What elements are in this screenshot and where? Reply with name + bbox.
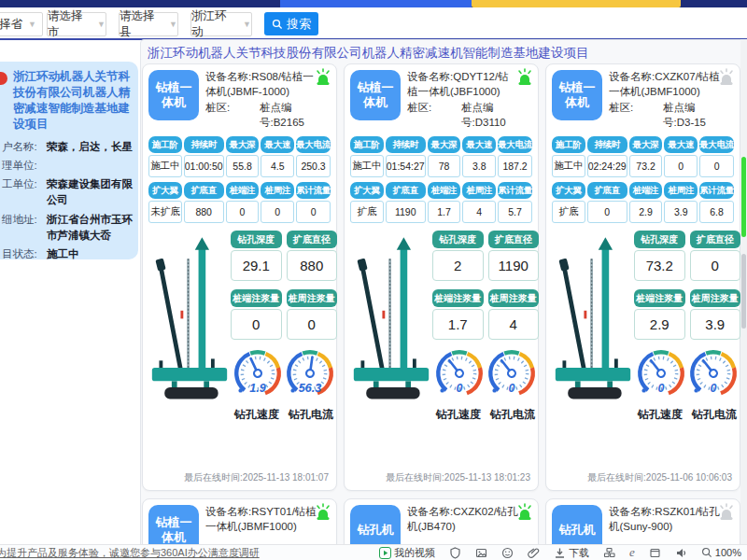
field-value: 施工中 [47, 246, 79, 262]
stat-value: 5.7 [498, 201, 532, 223]
stat-value: 187.2 [498, 155, 532, 177]
device-type-badge: 钻植一体机 [350, 70, 401, 120]
mid-label: 扩底直径 [287, 231, 338, 248]
card-header: 钻植一体机 设备名称:CXZK07/钻植一体机(JBMF1000) 桩区:桩点编… [552, 70, 734, 130]
tab-segment-active[interactable] [472, 0, 681, 7]
mid-label: 钻孔深度 [432, 231, 484, 248]
scrollbar-thumb[interactable] [741, 254, 746, 329]
stat-value: 0 [699, 155, 734, 177]
stat-label: 扩底直 [386, 182, 426, 199]
mid-value: 73.2 [634, 250, 685, 281]
stat-label: 施工阶 [148, 136, 182, 153]
stat-label: 最大速 [261, 136, 294, 153]
stat-value: 施工中 [148, 155, 182, 177]
screenshot-icon[interactable] [475, 547, 487, 559]
gauge-value: 0 [635, 382, 687, 395]
device-card[interactable]: 钻植一体机 设备名称:CXZK07/钻植一体机(JBMF1000) 桩区:桩点编… [545, 63, 740, 491]
stat-value: 未扩底 [148, 201, 182, 223]
stat-value: 0 [296, 201, 331, 223]
field-value: 荣森建设集团有限公司 [47, 176, 133, 209]
stat-label: 累计流量 [296, 182, 331, 199]
search-button[interactable]: 搜索 [264, 12, 318, 35]
mid-label: 桩端注浆量 [231, 289, 282, 307]
stat-value: 0 [261, 201, 294, 223]
project-marker-icon [0, 72, 7, 85]
stat-value: 3.8 [462, 155, 496, 177]
keyword-select[interactable]: 浙江环动▼ [190, 12, 252, 36]
mid-label: 桩端注浆量 [432, 289, 484, 307]
stat-value: 0 [226, 201, 260, 223]
field-label: 目状态: [2, 246, 47, 262]
chevron-down-icon: ▼ [28, 20, 36, 29]
survey-promo-link[interactable]: 为提升产品及服务体验，诚邀您参与360AI办公满意度调研 [0, 546, 260, 560]
province-select[interactable]: 择省▼ [0, 12, 43, 36]
stat-value: 01:54:27 [386, 155, 426, 177]
device-card[interactable]: 钻植一体机 设备名称:RS08/钻植一体机(JBMF-1000) 桩区:桩点编号… [142, 63, 337, 491]
alarm-beacon-icon [717, 68, 736, 87]
gauge-label: 钻孔速度 [432, 407, 485, 423]
device-name: 设备名称:CXZK07/钻植一体机(JBMF1000) [609, 70, 734, 99]
my-video-button[interactable]: 我的视频 [379, 546, 435, 560]
stat-value: 73.2 [629, 155, 663, 177]
vertical-scrollbar[interactable] [740, 39, 747, 546]
speaker-icon[interactable] [675, 547, 687, 559]
stat-label: 最大电流 [498, 136, 532, 153]
county-select[interactable]: 请选择县▼ [119, 12, 178, 36]
tab-segment-blue[interactable] [280, 0, 472, 7]
tray-icon[interactable] [603, 547, 615, 559]
zoom-level-value: 100% [715, 547, 741, 558]
browser-e-icon[interactable]: e [629, 545, 635, 560]
stat-grid: 施工阶施工中 持续时01:54:27 最大深78 最大速3.8 最大电流187.… [350, 136, 532, 223]
clip-icon[interactable] [528, 547, 540, 559]
alarm-beacon-icon [717, 503, 736, 522]
stat-label: 累计流量 [699, 182, 734, 199]
stat-label: 最大深 [428, 136, 461, 153]
mid-value: 4 [488, 309, 540, 340]
gauge-value: 0 [486, 382, 538, 395]
alarm-beacon-icon [515, 68, 534, 87]
field-value: 荣森，启达，长星 [47, 139, 133, 155]
stat-value: 1.7 [428, 201, 461, 223]
stat-label: 最大电流 [699, 136, 734, 153]
speed-gauge: 1.9 [232, 347, 284, 401]
device-type-badge: 钻植一体机 [148, 70, 199, 120]
alarm-beacon-icon [515, 503, 534, 522]
zoom-level[interactable]: 100% [701, 547, 741, 558]
download-button[interactable]: 下载 [554, 546, 589, 560]
card-middle-right: 钻孔深度2 扩底直径1190 桩端注浆量1.7 桩周注浆量4 0 0 [432, 231, 539, 468]
mid-value: 29.1 [231, 250, 282, 281]
device-type-badge: 钻植一体机 [552, 70, 602, 120]
stat-label: 施工阶 [552, 136, 585, 153]
mid-value: 1190 [488, 250, 540, 281]
device-name: 设备名称:QDYT12/钻植一体机(JBF1000) [407, 70, 532, 99]
county-select-value: 请选择县 [120, 8, 163, 40]
security-shield-icon[interactable] [449, 547, 461, 559]
card-middle: 钻孔深度73.2 扩底直径0 桩端注浆量2.9 桩周注浆量3.9 0 0 [552, 231, 734, 468]
current-gauge: 0 [687, 347, 740, 401]
device-card[interactable]: 钻植一体机 设备名称:QDYT12/钻植一体机(JBF1000) 桩区:桩点编号… [344, 63, 539, 491]
mid-value: 0 [231, 309, 282, 340]
mid-label: 桩周注浆量 [690, 289, 741, 307]
stat-label: 累计流量 [498, 182, 532, 199]
city-select[interactable]: 请选择市▼ [47, 12, 106, 36]
stat-value: 02:24:29 [587, 155, 627, 177]
device-card-grid: 钻植一体机 设备名称:RS08/钻植一体机(JBMF-1000) 桩区:桩点编号… [142, 63, 741, 560]
mid-label: 钻孔深度 [231, 231, 282, 248]
stat-value: 0 [664, 155, 698, 177]
mid-value: 2 [432, 250, 484, 281]
window-icon[interactable] [649, 547, 661, 559]
gauge-label: 钻孔电流 [285, 407, 337, 423]
card-middle: 钻孔深度2 扩底直径1190 桩端注浆量1.7 桩周注浆量4 0 0 [350, 231, 532, 468]
emoji-icon[interactable] [501, 547, 514, 559]
card-header: 钻植一体机 设备名称:QDYT12/钻植一体机(JBF1000) 桩区:桩点编号… [350, 70, 532, 130]
stat-value: 78 [428, 155, 461, 177]
scrollbar-marker[interactable] [741, 157, 746, 237]
device-name: 设备名称:CXZK02/钻孔机(JB470) [407, 505, 532, 534]
gauge-label: 钻孔电流 [486, 407, 539, 423]
card-middle-right: 钻孔深度29.1 扩底直径880 桩端注浆量0 桩周注浆量0 1.9 56.3 [231, 231, 337, 468]
chevron-down-icon: ▼ [243, 20, 251, 29]
stat-label: 桩周注 [261, 182, 294, 199]
stat-label: 扩大翼 [148, 182, 182, 199]
last-online-time: 最后在线时间:2025-11-13 18:01:07 [148, 468, 331, 484]
project-sidebar[interactable]: 浙江环动机器人关节科技份有限公司机器人精密减速智能制造基地建设项目 户名称:荣森… [0, 62, 138, 259]
